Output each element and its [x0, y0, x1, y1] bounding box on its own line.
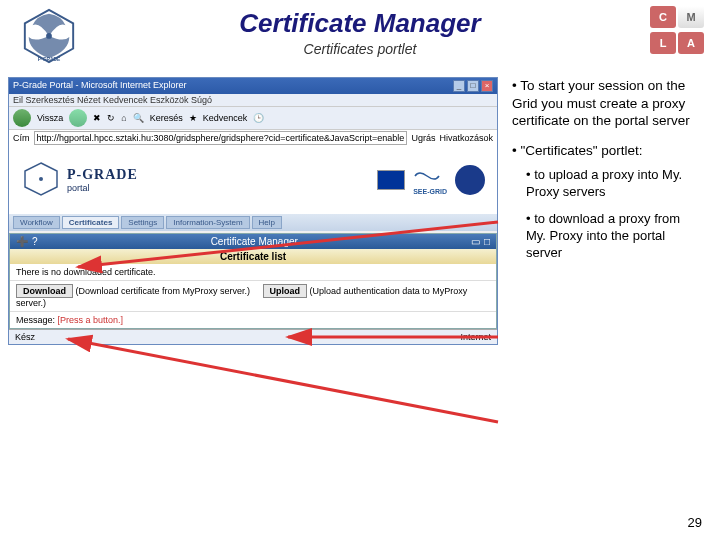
portal-tabs: Workflow Certificates Settings Informati… [9, 214, 497, 231]
bullet-2: • "Certificates" portlet: [512, 142, 700, 160]
links-label: Hivatkozások [439, 133, 493, 143]
sponsor-logos: SEE-GRID [377, 165, 485, 195]
browser-title: P-Grade Portal - Microsoft Internet Expl… [13, 80, 187, 92]
pgrade-logo-left: P-GRADE [14, 6, 84, 64]
browser-titlebar: P-Grade Portal - Microsoft Internet Expl… [9, 78, 497, 94]
sztaki-logo-icon [455, 165, 485, 195]
bullet-panel: • To start your session on the Grid you … [500, 77, 700, 427]
svg-text:P-GRADE: P-GRADE [38, 57, 61, 62]
slide-number: 29 [688, 515, 702, 530]
svg-line-7 [68, 339, 498, 422]
back-label: Vissza [37, 113, 63, 123]
portlet-help-icon[interactable]: ? [32, 236, 38, 247]
back-button[interactable] [13, 109, 31, 127]
portlet-max-icon[interactable]: □ [484, 236, 490, 247]
minimize-button[interactable]: _ [453, 80, 465, 92]
stop-icon[interactable]: ✖ [93, 113, 101, 123]
history-icon[interactable]: 🕒 [253, 113, 264, 123]
svg-point-4 [39, 177, 43, 181]
message-row: Message: [Press a button.] [10, 312, 496, 328]
status-text: Kész [15, 332, 35, 342]
address-label: Cím [13, 133, 30, 143]
bullet-2b: • to download a proxy from My. Proxy int… [526, 211, 700, 262]
slide-title: Certificate Manager [0, 8, 720, 39]
browser-menubar[interactable]: Eil Szerkesztés Nézet Kedvencek Eszközök… [9, 94, 497, 106]
zone-label: Internet [460, 332, 491, 342]
content-area: P-Grade Portal - Microsoft Internet Expl… [0, 77, 720, 427]
portlet-header: ➕ ? Certificate Manager ▭ □ [10, 234, 496, 249]
browser-status-bar: Kész Internet [9, 329, 497, 344]
search-icon[interactable]: 🔍 [133, 113, 144, 123]
seegrid-logo: SEE-GRID [413, 166, 447, 195]
message-label: Message: [16, 315, 55, 325]
browser-window: P-Grade Portal - Microsoft Internet Expl… [8, 77, 498, 345]
puzzle-l: L [650, 32, 676, 54]
screenshot-area: P-Grade Portal - Microsoft Internet Expl… [8, 77, 500, 427]
favorites-icon[interactable]: ★ [189, 113, 197, 123]
puzzle-m: M [678, 6, 704, 28]
browser-toolbar: Vissza ✖ ↻ ⌂ 🔍 Keresés ★ Kedvencek 🕒 [9, 106, 497, 129]
portlet-section-header: Certificate list [10, 249, 496, 264]
home-icon[interactable]: ⌂ [121, 113, 126, 123]
puzzle-c: C [650, 6, 676, 28]
window-controls: _ □ × [453, 80, 493, 92]
eu-flag-icon [377, 170, 405, 190]
cmla-puzzle-logo: C M L A [650, 6, 710, 56]
slide-subtitle: Certificates portlet [0, 41, 720, 57]
certificate-portlet: ➕ ? Certificate Manager ▭ □ Certificate … [9, 233, 497, 329]
download-desc: (Download certificate from MyProxy serve… [76, 286, 251, 296]
action-row: Download (Download certificate from MyPr… [10, 281, 496, 312]
portlet-title: Certificate Manager [211, 236, 298, 247]
no-cert-row: There is no downloaded certificate. [10, 264, 496, 281]
address-bar: Cím Ugrás Hivatkozások [9, 129, 497, 146]
portlet-minimize-icon[interactable]: ▭ [471, 236, 480, 247]
bullet-1: • To start your session on the Grid you … [512, 77, 700, 130]
download-button[interactable]: Download [16, 284, 73, 298]
favorites-label: Kedvencek [203, 113, 248, 123]
portlet-body: There is no downloaded certificate. Down… [10, 264, 496, 328]
pgrade-mini-logo-icon [21, 161, 61, 199]
search-label: Keresés [150, 113, 183, 123]
close-button[interactable]: × [481, 80, 493, 92]
upload-button[interactable]: Upload [263, 284, 308, 298]
portlet-plus-icon[interactable]: ➕ [16, 236, 28, 247]
puzzle-a: A [678, 32, 704, 54]
address-input[interactable] [34, 131, 408, 145]
tab-settings[interactable]: Settings [121, 216, 164, 229]
pgrade-text: P-GRADE [67, 167, 138, 183]
forward-button[interactable] [69, 109, 87, 127]
go-button[interactable]: Ugrás [411, 133, 435, 143]
bullet-2a: • to upload a proxy into My. Proxy serve… [526, 167, 700, 201]
message-value: [Press a button.] [58, 315, 124, 325]
tab-certificates[interactable]: Certificates [62, 216, 120, 229]
maximize-button[interactable]: □ [467, 80, 479, 92]
pgrade-banner: P-GRADE portal [21, 161, 138, 199]
tab-workflow[interactable]: Workflow [13, 216, 60, 229]
refresh-icon[interactable]: ↻ [107, 113, 115, 123]
tab-information-system[interactable]: Information-System [166, 216, 249, 229]
page-header: P-GRADE portal SEE-GRID [9, 146, 497, 214]
pgrade-portal-label: portal [67, 183, 138, 193]
tab-help[interactable]: Help [252, 216, 282, 229]
